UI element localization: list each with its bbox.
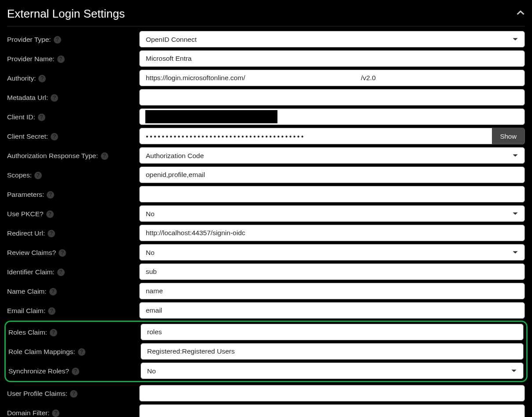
help-icon[interactable]: ? — [59, 249, 66, 257]
label-scopes: Scopes: — [7, 171, 32, 179]
help-icon[interactable]: ? — [48, 230, 55, 237]
row-roles-claim: Roles Claim: ? — [8, 324, 524, 340]
label-metadata-url: Metadata Url: — [7, 94, 48, 102]
synchronize-roles-select[interactable]: No — [140, 362, 524, 379]
help-icon[interactable]: ? — [50, 329, 57, 336]
label-role-claim-mappings: Role Claim Mappings: — [8, 348, 75, 356]
chevron-down-icon[interactable] — [516, 9, 525, 19]
domain-filter-input[interactable] — [139, 404, 525, 417]
row-client-id: Client ID: ? — [7, 108, 525, 125]
row-client-secret: Client Secret: ? ●●●●●●●●●●●●●●●●●●●●●●●… — [7, 128, 525, 144]
help-icon[interactable]: ? — [38, 114, 45, 121]
help-icon[interactable]: ? — [47, 191, 54, 199]
help-icon[interactable]: ? — [57, 55, 65, 63]
provider-type-select[interactable]: OpenID Connect — [139, 31, 525, 48]
help-icon[interactable]: ? — [101, 152, 108, 160]
row-provider-type: Provider Type: ? OpenID Connect — [7, 31, 525, 48]
label-synchronize-roles: Synchronize Roles? — [8, 367, 69, 375]
row-parameters: Parameters: ? — [7, 186, 525, 203]
row-auth-response-type: Authorization Response Type: ? Authoriza… — [7, 147, 525, 164]
row-email-claim: Email Claim: ? — [7, 302, 525, 319]
label-identifier-claim: Identifier Claim: — [7, 268, 55, 276]
highlighted-roles-section: Roles Claim: ? Role Claim Mappings: ? Sy… — [4, 321, 528, 382]
help-icon[interactable]: ? — [57, 269, 65, 276]
show-secret-button[interactable]: Show — [492, 128, 525, 144]
client-secret-input[interactable]: ●●●●●●●●●●●●●●●●●●●●●●●●●●●●●●●●●●●●●●●● — [139, 128, 492, 144]
review-claims-select[interactable]: No — [139, 244, 525, 261]
label-use-pkce: Use PKCE? — [7, 210, 44, 218]
email-claim-input[interactable] — [139, 302, 525, 319]
label-provider-type: Provider Type: — [7, 36, 51, 44]
row-provider-name: Provider Name: ? — [7, 50, 525, 67]
row-use-pkce: Use PKCE? ? No — [7, 205, 525, 222]
label-redirect-url: Redirect Url: — [7, 229, 45, 237]
roles-claim-input[interactable] — [140, 324, 524, 340]
panel-title: External Login Settings — [7, 7, 125, 21]
help-icon[interactable]: ? — [34, 172, 42, 179]
row-authority: Authority: ? — [7, 70, 525, 86]
row-name-claim: Name Claim: ? — [7, 283, 525, 299]
help-icon[interactable]: ? — [51, 133, 58, 140]
label-name-claim: Name Claim: — [7, 288, 47, 295]
user-profile-claims-input[interactable] — [139, 385, 525, 402]
label-authority: Authority: — [7, 74, 36, 82]
auth-response-type-select[interactable]: Authorization Code — [139, 147, 525, 164]
row-domain-filter: Domain Filter: ? — [7, 404, 525, 417]
scopes-input[interactable] — [139, 166, 525, 183]
row-metadata-url: Metadata Url: ? — [7, 89, 525, 106]
help-icon[interactable]: ? — [49, 288, 57, 295]
name-claim-input[interactable] — [139, 283, 525, 299]
help-icon[interactable]: ? — [38, 75, 46, 82]
label-client-id: Client ID: — [7, 113, 35, 121]
label-email-claim: Email Claim: — [7, 307, 45, 315]
identifier-claim-input[interactable] — [139, 263, 525, 280]
use-pkce-select[interactable]: No — [139, 205, 525, 222]
provider-name-input[interactable] — [139, 50, 525, 67]
row-redirect-url: Redirect Url: ? — [7, 225, 525, 241]
label-parameters: Parameters: — [7, 191, 44, 199]
label-domain-filter: Domain Filter: — [7, 409, 49, 417]
row-user-profile-claims: User Profile Claims: ? — [7, 385, 525, 402]
label-review-claims: Review Claims? — [7, 249, 56, 257]
label-user-profile-claims: User Profile Claims: — [7, 390, 67, 398]
panel-header: External Login Settings — [7, 5, 525, 26]
help-icon[interactable]: ? — [48, 307, 55, 315]
label-client-secret: Client Secret: — [7, 133, 48, 140]
row-identifier-claim: Identifier Claim: ? — [7, 263, 525, 280]
redirect-url-input[interactable] — [139, 225, 525, 241]
help-icon[interactable]: ? — [72, 368, 79, 375]
row-synchronize-roles: Synchronize Roles? ? No — [8, 362, 524, 379]
metadata-url-input[interactable] — [139, 89, 525, 106]
help-icon[interactable]: ? — [54, 36, 61, 44]
label-auth-response-type: Authorization Response Type: — [7, 152, 98, 160]
label-roles-claim: Roles Claim: — [8, 328, 47, 336]
help-icon[interactable]: ? — [46, 210, 54, 218]
authority-input[interactable] — [139, 70, 525, 86]
role-claim-mappings-input[interactable] — [140, 343, 524, 360]
label-provider-name: Provider Name: — [7, 55, 55, 63]
help-icon[interactable]: ? — [70, 390, 78, 398]
row-role-claim-mappings: Role Claim Mappings: ? — [8, 343, 524, 360]
redacted-block — [145, 110, 277, 123]
row-scopes: Scopes: ? — [7, 166, 525, 183]
help-icon[interactable]: ? — [78, 348, 85, 356]
parameters-input[interactable] — [139, 186, 525, 203]
help-icon[interactable]: ? — [51, 94, 58, 102]
help-icon[interactable]: ? — [52, 410, 59, 417]
row-review-claims: Review Claims? ? No — [7, 244, 525, 261]
